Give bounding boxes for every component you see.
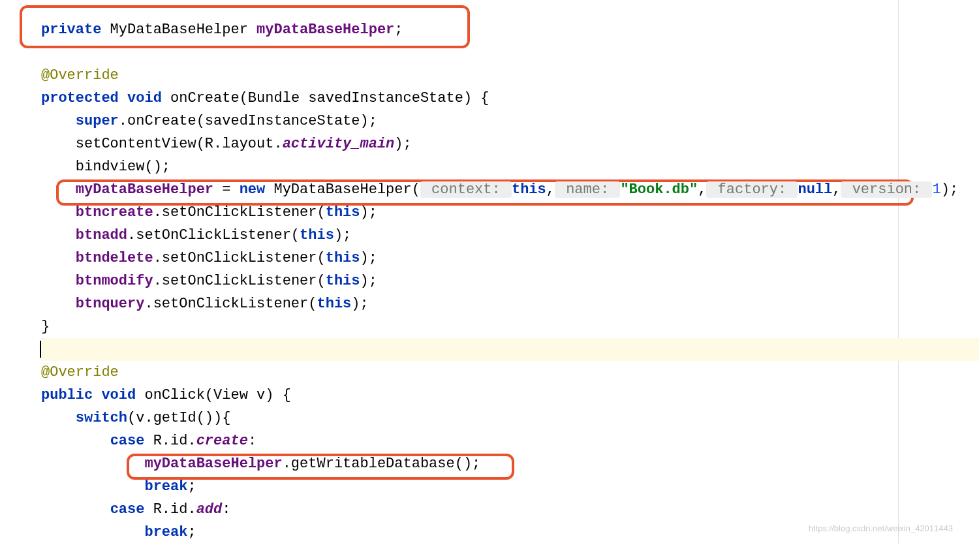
code-editor: private MyDataBaseHelper myDataBaseHelpe… [0, 0, 979, 544]
code-line: break; [41, 475, 979, 498]
code-line: btnquery.setOnClickListener(this); [41, 292, 979, 315]
code-line: btnmodify.setOnClickListener(this); [41, 270, 979, 292]
code-line: @Override [41, 361, 979, 384]
watermark: https://blog.csdn.net/weixin_42011443 [809, 517, 953, 540]
code-line: private MyDataBaseHelper myDataBaseHelpe… [41, 18, 979, 41]
code-line: super.onCreate(savedInstanceState); [41, 110, 979, 132]
code-line: public void onClick(View v) { [41, 384, 979, 407]
code-line: } [41, 315, 979, 338]
code-line: btnadd.setOnClickListener(this); [41, 224, 979, 247]
code-line: bindview(); [41, 155, 979, 178]
code-line: myDataBaseHelper.getWritableDatabase(); [41, 452, 979, 475]
code-line: setContentView(R.layout.activity_main); [41, 132, 979, 155]
caret-icon [40, 341, 41, 358]
code-line: btndelete.setOnClickListener(this); [41, 247, 979, 270]
code-line: @Override [41, 64, 979, 87]
code-line-caret [41, 338, 979, 361]
code-line: case R.id.create: [41, 429, 979, 452]
code-line: myDataBaseHelper = new MyDataBaseHelper(… [41, 178, 979, 201]
code-line: btncreate.setOnClickListener(this); [41, 201, 979, 224]
code-line [41, 41, 979, 64]
code-line: switch(v.getId()){ [41, 407, 979, 429]
code-line: protected void onCreate(Bundle savedInst… [41, 87, 979, 110]
